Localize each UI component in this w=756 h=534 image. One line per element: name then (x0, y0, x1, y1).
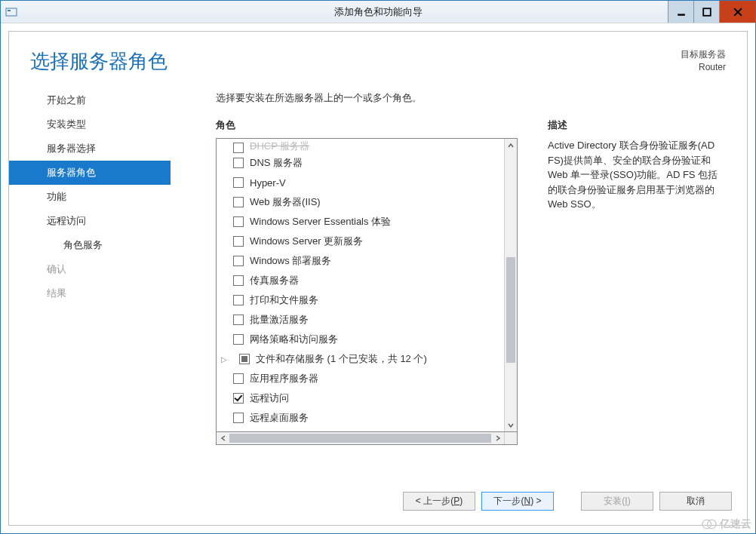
role-label: 远程桌面服务 (250, 411, 309, 425)
role-label: 传真服务器 (250, 274, 299, 287)
role-item[interactable]: 网络策略和访问服务 (233, 330, 504, 349)
role-checkbox[interactable] (233, 158, 244, 168)
close-button[interactable] (719, 1, 755, 23)
role-checkbox[interactable] (233, 197, 244, 207)
role-item[interactable]: 打印和文件服务 (233, 290, 504, 310)
footer-buttons: < 上一步(P) 下一步(N) > 安装(I) 取消 (9, 483, 747, 525)
role-item[interactable]: 应用程序服务器 (233, 369, 504, 388)
nav-features[interactable]: 功能 (9, 185, 171, 209)
roles-column: 角色 DHCP 服务器DNS 服务器Hyper-VWeb 服务器(IIS)Win… (216, 118, 518, 483)
role-checkbox[interactable] (233, 143, 244, 153)
install-button: 安装(I) (581, 492, 653, 511)
role-item[interactable]: ▷文件和存储服务 (1 个已安装，共 12 个) (233, 349, 504, 369)
role-checkbox[interactable] (233, 295, 244, 305)
role-label: Windows Server 更新服务 (250, 235, 363, 248)
role-checkbox[interactable] (233, 216, 244, 227)
window-title: 添加角色和功能向导 (1, 5, 755, 19)
cancel-button[interactable]: 取消 (659, 492, 732, 511)
roles-list[interactable]: DHCP 服务器DNS 服务器Hyper-VWeb 服务器(IIS)Window… (217, 139, 504, 431)
target-server-value: Router (681, 61, 726, 74)
hscroll-thumb[interactable] (229, 434, 491, 443)
content-area: 选择要安装在所选服务器上的一个或多个角色。 角色 DHCP 服务器DNS 服务器… (171, 81, 726, 483)
role-label: Windows 部署服务 (250, 254, 331, 268)
role-label: 批量激活服务 (250, 313, 309, 327)
nav-results: 结果 (9, 281, 171, 305)
role-item[interactable]: Windows Server 更新服务 (233, 232, 504, 251)
inner-frame: 选择服务器角色 目标服务器 Router 开始之前 安装类型 服务器选择 服务器… (8, 31, 748, 526)
role-item[interactable]: 远程桌面服务 (233, 408, 504, 428)
role-checkbox[interactable] (233, 275, 244, 286)
role-item[interactable]: Windows Server Essentials 体验 (233, 212, 504, 232)
instruction-text: 选择要安装在所选服务器上的一个或多个角色。 (216, 91, 726, 105)
nav-role-services[interactable]: 角色服务 (9, 233, 171, 257)
description-column: 描述 Active Directory 联合身份验证服务(AD FS)提供简单、… (548, 118, 726, 483)
role-item[interactable]: Hyper-V (233, 173, 504, 192)
description-label: 描述 (548, 118, 726, 132)
nav-remote-access[interactable]: 远程访问 (9, 209, 171, 233)
page-title: 选择服务器角色 (30, 48, 167, 75)
role-checkbox[interactable] (233, 413, 244, 423)
role-label: DHCP 服务器 (250, 141, 309, 153)
role-item[interactable]: 批量激活服务 (233, 310, 504, 330)
roles-label: 角色 (216, 118, 518, 132)
content-columns: 角色 DHCP 服务器DNS 服务器Hyper-VWeb 服务器(IIS)Win… (216, 118, 726, 483)
nav-before-begin[interactable]: 开始之前 (9, 88, 171, 112)
description-text: Active Directory 联合身份验证服务(AD FS)提供简单、安全的… (548, 138, 726, 212)
wizard-window: 添加角色和功能向导 选择服务器角色 目标服务器 Router 开始之前 安装 (0, 0, 756, 534)
wizard-nav: 开始之前 安装类型 服务器选择 服务器角色 功能 远程访问 角色服务 确认 结果 (9, 81, 171, 483)
nav-server-roles[interactable]: 服务器角色 (9, 161, 171, 185)
header-row: 选择服务器角色 目标服务器 Router (9, 32, 747, 81)
role-checkbox[interactable] (233, 373, 244, 384)
scroll-track[interactable] (505, 152, 517, 419)
target-server-label: 目标服务器 (681, 48, 726, 61)
role-item[interactable]: DHCP 服务器 (233, 141, 504, 153)
scroll-left-button[interactable] (217, 432, 229, 444)
window-controls (668, 1, 755, 23)
role-label: 文件和存储服务 (1 个已安装，共 12 个) (256, 352, 427, 366)
role-checkbox[interactable] (239, 354, 250, 364)
role-item[interactable]: Windows 部署服务 (233, 251, 504, 271)
role-checkbox[interactable] (233, 177, 244, 188)
titlebar: 添加角色和功能向导 (1, 1, 755, 23)
role-label: Web 服务器(IIS) (250, 195, 321, 209)
app-icon (5, 6, 17, 18)
svg-rect-2 (678, 14, 685, 15)
role-label: Windows Server Essentials 体验 (250, 215, 391, 229)
role-checkbox[interactable] (233, 334, 244, 345)
minimize-button[interactable] (668, 1, 693, 23)
role-checkbox[interactable] (233, 236, 244, 247)
horizontal-scrollbar[interactable] (216, 432, 518, 445)
role-label: 打印和文件服务 (250, 293, 318, 307)
role-item[interactable]: 传真服务器 (233, 271, 504, 290)
role-label: Hyper-V (250, 177, 286, 189)
previous-button[interactable]: < 上一步(P) (403, 492, 475, 511)
next-button[interactable]: 下一步(N) > (481, 492, 554, 511)
svg-rect-0 (6, 8, 17, 16)
role-item[interactable]: Web 服务器(IIS) (233, 192, 504, 212)
scroll-up-button[interactable] (505, 139, 517, 152)
vertical-scrollbar[interactable] (504, 139, 517, 431)
role-item[interactable]: 远程访问 (233, 388, 504, 408)
scroll-thumb[interactable] (506, 257, 515, 363)
role-label: 应用程序服务器 (250, 372, 318, 385)
scroll-down-button[interactable] (505, 419, 517, 431)
svg-rect-3 (703, 8, 711, 16)
roles-listbox: DHCP 服务器DNS 服务器Hyper-VWeb 服务器(IIS)Window… (216, 138, 518, 432)
body-row: 开始之前 安装类型 服务器选择 服务器角色 功能 远程访问 角色服务 确认 结果… (9, 81, 747, 483)
expand-icon[interactable]: ▷ (220, 354, 229, 364)
svg-rect-1 (8, 10, 11, 11)
role-label: DNS 服务器 (250, 156, 303, 170)
scroll-right-button[interactable] (491, 432, 504, 444)
nav-install-type[interactable]: 安装类型 (9, 112, 171, 137)
nav-confirm: 确认 (9, 257, 171, 281)
maximize-button[interactable] (693, 1, 719, 23)
nav-server-selection[interactable]: 服务器选择 (9, 137, 171, 161)
hscroll-track[interactable] (229, 432, 491, 444)
role-item[interactable]: DNS 服务器 (233, 153, 504, 173)
role-label: 远程访问 (250, 391, 289, 405)
target-server-box: 目标服务器 Router (681, 48, 726, 74)
scroll-corner (504, 432, 517, 444)
role-checkbox[interactable] (233, 393, 244, 404)
role-checkbox[interactable] (233, 256, 244, 266)
role-checkbox[interactable] (233, 315, 244, 325)
